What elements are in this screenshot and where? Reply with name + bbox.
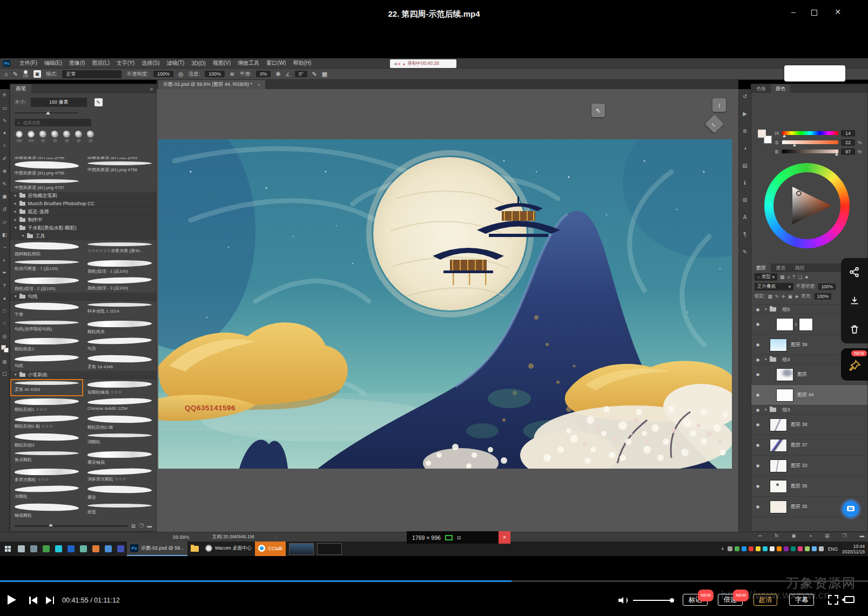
tray-icon[interactable] (763, 546, 768, 551)
layer-opacity-value[interactable]: 100% (818, 283, 836, 290)
lock-all-icon[interactable]: ◈ (795, 294, 799, 299)
layer-row[interactable]: ◉图层 44 (751, 385, 867, 405)
brush-item[interactable]: 润颗粒 (83, 431, 156, 449)
tray-icon[interactable] (749, 546, 753, 551)
brush-item[interactable]: 晕染 (83, 484, 156, 502)
start-button[interactable] (0, 541, 15, 556)
zoom-level[interactable]: 59.58% (173, 534, 190, 540)
caret-icon[interactable]: ▾ (765, 408, 767, 412)
screen-mode-icon[interactable]: ▢ (2, 371, 7, 376)
lock-move-icon[interactable]: ✛ (782, 294, 785, 299)
brush-folder-row[interactable]: ▸延迟-选择 (10, 208, 156, 216)
tray-icon[interactable] (784, 546, 789, 551)
layer-row[interactable]: ◉图层 37 (751, 435, 867, 456)
brush-search[interactable]: ⌕ (15, 119, 91, 126)
pressure-opacity-icon[interactable]: ◎ (178, 71, 184, 78)
panel-properties-icon[interactable]: ≣ (743, 128, 747, 134)
home-icon[interactable]: ⌂ (4, 71, 8, 77)
adjustment-layer-icon[interactable]: ◑ (809, 533, 812, 538)
brush-item[interactable]: 勾线 (10, 353, 83, 371)
tray-icon[interactable] (819, 546, 824, 551)
filter-adjustment-layers-icon[interactable]: ◑ (787, 274, 790, 280)
recent-brush[interactable]: 200 (26, 131, 36, 143)
panel-menu-icon[interactable]: ≡ (150, 86, 153, 92)
panel-actions-icon[interactable]: ▶ (743, 111, 747, 117)
pressure-size-icon[interactable]: ✎ (312, 71, 317, 78)
panel-history-icon[interactable]: ↺ (743, 93, 747, 99)
brush-item[interactable]: 中国风墨迹 (81).png 4753 (83, 153, 156, 159)
tray-icon[interactable] (791, 546, 796, 551)
taskbar-explorer-icon[interactable] (191, 546, 199, 552)
opacity-value[interactable]: 100% (153, 71, 173, 77)
zoom-tool[interactable]: ◎ (2, 334, 6, 339)
tray-icon[interactable] (742, 546, 746, 551)
floating-pin-button[interactable]: NEW (841, 348, 868, 381)
brush-item[interactable]: 多层次颗粒 ☆☆☆ (10, 466, 83, 484)
brush-item[interactable]: 线笔 (83, 502, 156, 519)
brush-folder-row[interactable]: ▾干水彩(类似水彩-颗彩) (10, 224, 156, 232)
brightness-slider[interactable]: B 97 % (775, 147, 865, 156)
taskbar-clock[interactable]: 10:442020/11/18 (842, 544, 865, 554)
visibility-eye-icon[interactable]: ◉ (753, 307, 762, 312)
window-preview-thumb[interactable] (317, 543, 342, 555)
visibility-eye-icon[interactable]: ◉ (753, 422, 762, 427)
panel-brush-settings-icon[interactable]: ✎ (743, 249, 747, 255)
panel-info-icon[interactable]: ℹ (744, 180, 746, 186)
brush-item[interactable]: 晕染铺底 (83, 449, 156, 466)
history-brush-tool[interactable]: ↺ (3, 207, 7, 212)
filter-smart-objects-icon[interactable]: ◈ (805, 274, 809, 280)
brush-item[interactable]: 勾线(改早期短勾线) (10, 319, 83, 336)
new-layer-icon[interactable]: ❐ (843, 533, 847, 538)
maximize-button[interactable] (811, 10, 817, 16)
add-mask-icon[interactable]: ▣ (791, 533, 796, 538)
volume-slider[interactable] (633, 600, 672, 601)
layer-fill-value[interactable]: 100% (815, 293, 832, 300)
type-tool[interactable]: T (3, 283, 6, 288)
lock-artboard-icon[interactable]: ▣ (788, 294, 792, 299)
play-button[interactable] (8, 595, 16, 605)
crop-tool[interactable]: ⌗ (3, 143, 6, 148)
close-button[interactable]: ✕ (832, 8, 844, 16)
gradient-tool[interactable]: ◧ (2, 232, 7, 238)
caret-icon[interactable]: ▾ (765, 357, 767, 362)
brush-search-input[interactable] (22, 120, 89, 126)
brush-tool-icon[interactable]: ✎ (13, 71, 18, 78)
brush-item[interactable]: 颗粒线条 (83, 319, 156, 336)
share-icon[interactable] (849, 266, 860, 278)
pinned-app-7[interactable] (92, 545, 99, 552)
brush-preset-picker[interactable]: 150 (23, 70, 29, 78)
fullscreen-icon[interactable] (828, 595, 838, 605)
brush-item[interactable]: 颗粒刻画2-细 (83, 414, 156, 431)
lock-transparent-icon[interactable]: ▦ (768, 294, 772, 299)
pinned-app-3[interactable] (43, 545, 50, 552)
layer-filter-select[interactable]: ⌕类型▾ (755, 273, 777, 281)
path-select-tool[interactable]: ▴ (3, 295, 6, 301)
pinned-app-6[interactable] (80, 545, 87, 552)
layers-tab[interactable]: 图层 (751, 263, 771, 272)
brushes-panel-tab[interactable]: 画笔 (10, 84, 31, 93)
lasso-tool[interactable]: ∿ (3, 118, 7, 123)
capture-region-icon[interactable] (445, 535, 453, 540)
brush-item[interactable]: 水颗粒 (10, 484, 83, 502)
taskbar-wacom[interactable]: Wacom 桌面中心 (202, 541, 255, 556)
next-button[interactable] (43, 597, 54, 604)
eyedropper-tool[interactable]: ✐ (3, 156, 7, 161)
minimize-button[interactable]: – (788, 8, 799, 16)
menu-item[interactable]: 滤镜(T) (167, 59, 185, 67)
brush-tool[interactable]: ✎ (3, 181, 7, 187)
pen-tool[interactable]: ✒ (3, 270, 7, 275)
brush-folder-row[interactable]: ▾工具 (10, 232, 156, 240)
brush-folder-row[interactable]: ▾勾线 (10, 293, 156, 301)
canvas-area[interactable]: QQ635141596 ↖ ↕ ↔ (157, 89, 738, 532)
menu-item[interactable]: 3D(D) (191, 60, 206, 66)
taskbar-photoshop[interactable]: Ps示图-02.psd @ 59... (127, 541, 187, 556)
brush-item[interactable]: 中国风墨迹 (81).png 4755 (10, 153, 83, 159)
marquee-tool[interactable]: ▭ (2, 105, 7, 111)
airbrush-icon[interactable]: ≋ (230, 71, 234, 78)
clone-stamp-tool[interactable]: ▣ (2, 194, 7, 199)
brush-item[interactable]: 柔角 16 4346 (83, 353, 156, 371)
panel-libraries-icon[interactable]: ▤ (742, 163, 747, 168)
hand-tool[interactable]: ☞ (2, 321, 7, 326)
visibility-eye-icon[interactable]: ◉ (753, 504, 762, 509)
status-caret[interactable]: 〉 (274, 533, 279, 540)
